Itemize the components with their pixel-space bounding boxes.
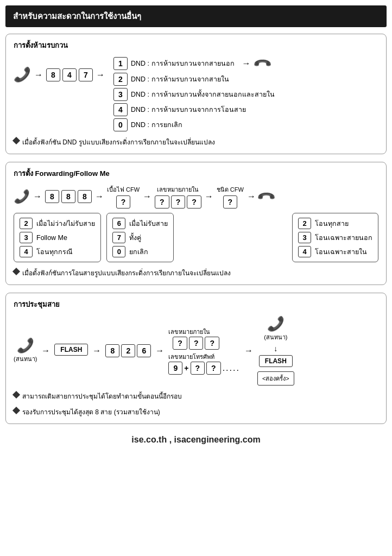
sb2-key-7: 7	[112, 232, 125, 243]
sec3-ext-keys: ? ? ?	[173, 337, 219, 350]
sub-box-row-3: 3 Follow Me	[20, 232, 95, 243]
s3-pq2: ?	[206, 362, 221, 375]
s3-nine: 9	[168, 362, 182, 375]
sec3-note2-text: รองรับการประชุมได้สูงสุด 8 สาย (รวมสายใช…	[22, 407, 160, 417]
flash-group: FLASH	[54, 344, 88, 358]
sec3-left-phone: 📞 (สนทนา)	[14, 337, 37, 364]
sub-box-3: 2 โอนทุกสาย 3 โอนเฉพาะสายนอก 4 โอนเฉพาะส…	[292, 213, 378, 262]
arrow-dnd-1	[242, 59, 251, 68]
note-text: เมื่อตั้งฟังก์ชัน DND รูปแบบเสียงกระดิ่ง…	[22, 137, 215, 147]
cfw-key: ?	[116, 195, 131, 208]
sb1-text-3: Follow Me	[36, 234, 67, 242]
sec3-note1: สามารถเติมสายการประชุมได้โดยทำตามขั้นตอน…	[14, 391, 378, 401]
flash-label-2: FLASH	[259, 355, 293, 367]
sub-box3-row-3: 3 โอนเฉพาะสายนอก	[298, 232, 372, 243]
sec3-note1-text: สามารถเติมสายการประชุมได้โดยทำตามขั้นตอน…	[22, 391, 182, 401]
dnd-key-3: 3	[113, 88, 128, 101]
footer-text: ise.co.th , isacengineering.com	[131, 435, 260, 444]
sub-box2-row-0: 0 ยกเลิก	[112, 246, 168, 257]
sb3-text-2: โอนทุกสาย	[315, 218, 349, 229]
sec3-right-area: 📞 (สนทนา) ↓ FLASH <สองครั้ง>	[257, 315, 294, 386]
arrow-s3-3	[155, 346, 164, 356]
dnd-text-4: DND : การห้ามรบกวนจากการโอนสาย	[131, 104, 246, 115]
footer: ise.co.th , isacengineering.com	[5, 435, 387, 445]
sub-box-1: 2 เมื่อไม่ว่าง/ไม่รับสาย 3 Follow Me 4 โ…	[14, 213, 101, 262]
right-phone-group: 📞 (สนทนา)	[264, 315, 287, 342]
ext-keys: ? ? ?	[155, 195, 201, 208]
s3-pq1: ?	[191, 362, 205, 375]
dnd-row-2: 2 DND : การห้ามรบกวนจากสายใน	[113, 73, 275, 86]
sub-box2-row-7: 7 ทั้งคู่	[112, 232, 168, 243]
ext-key-1: ?	[155, 195, 169, 208]
sec3-santatana-right: (สนทนา)	[264, 332, 287, 342]
twice-box: <สองครั้ง>	[257, 371, 294, 386]
ext-key-3: ?	[187, 195, 201, 208]
sec3-keys: 8 2 6	[105, 344, 151, 357]
key-7: 7	[79, 68, 93, 81]
arrow1	[34, 70, 43, 80]
dnd-row-1: 1 DND : การห้ามรบกวนจากสายนอก 📞	[113, 56, 275, 71]
sub-box-row-2: 2 เมื่อไม่ว่าง/ไม่รับสาย	[20, 218, 95, 229]
type-label: ชนิด CFW	[217, 185, 244, 194]
bullet-diamond	[12, 137, 20, 144]
ext-group: เลขหมายภายใน ? ? ?	[155, 185, 201, 208]
dnd-key-4: 4	[113, 103, 128, 116]
sb2-key-0: 0	[112, 246, 125, 257]
arrow-s2-3	[143, 192, 151, 201]
dnd-key-1: 1	[113, 57, 128, 70]
sec3-note2: รองรับการประชุมได้สูงสุด 8 สาย (รวมสายใช…	[14, 407, 378, 417]
type-key: ?	[223, 195, 238, 208]
bullet-diamond-2	[12, 268, 20, 275]
sb1-text-4: โอนทุกกรณี	[36, 247, 73, 257]
s3-key-8: 8	[105, 344, 119, 357]
key-4: 4	[62, 68, 77, 81]
phone-left-icon: 📞	[17, 337, 34, 354]
sb1-key-4: 4	[20, 246, 33, 257]
bullet-diamond-3	[12, 391, 20, 399]
dots: .....	[223, 363, 240, 373]
s3-q3: ?	[205, 337, 219, 350]
sb3-key-4: 4	[298, 246, 311, 257]
arrow-s2-4	[205, 192, 213, 201]
sb3-text-4: โอนเฉพาะสายใน	[315, 247, 367, 257]
sub-box-row-4: 4 โอนทุกกรณี	[20, 246, 95, 257]
s3-q2: ?	[189, 337, 204, 350]
dnd-text-1: DND : การห้ามรบกวนจากสายนอก	[131, 58, 235, 69]
s3-q1: ?	[173, 337, 187, 350]
phone-hangup-icon-1: 📞	[252, 53, 272, 73]
sb2-key-6: 6	[112, 218, 125, 229]
sec2-sub-boxes: 2 เมื่อไม่ว่าง/ไม่รับสาย 3 Follow Me 4 โ…	[14, 213, 378, 262]
header-title: สำหรับความสะดวกในการใช้งานอื่นๆ	[13, 11, 141, 21]
sb3-key-2: 2	[298, 218, 311, 229]
cfw-label: เบื้อไฟ CFW	[107, 185, 140, 194]
sub-box3-row-4: 4 โอนเฉพาะสายใน	[298, 246, 372, 257]
dnd-row-0: 0 DND : การยกเลิก	[113, 118, 275, 131]
phone-receive-icon: 📞	[14, 66, 31, 83]
bullet-diamond-4	[12, 407, 20, 414]
dnd-text-3: DND : การห้ามรบกวนทั้งจากสายนอกและสายใน	[131, 89, 275, 100]
dnd-row-3: 3 DND : การห้ามรบกวนทั้งจากสายนอกและสายใ…	[113, 88, 275, 101]
s2-key-8a: 8	[45, 190, 59, 203]
dnd-text-0: DND : การยกเลิก	[131, 119, 182, 130]
sec1-note: เมื่อตั้งฟังก์ชัน DND รูปแบบเสียงกระดิ่ง…	[14, 137, 378, 147]
section-dnd-title: การตั้งห้ามรบกวน	[14, 40, 378, 51]
dnd-entries: 1 DND : การห้ามรบกวนจากสายนอก 📞 2 DND : …	[113, 56, 275, 131]
s2-key-8b: 8	[61, 190, 75, 203]
sb1-key-2: 2	[20, 218, 33, 229]
section-dnd: การตั้งห้ามรบกวน 📞 8 4 7 1 DND : การห้าม…	[5, 34, 387, 154]
sb2-text-7: ทั้งคู่	[129, 232, 141, 243]
down-arrow-icon: ↓	[274, 344, 277, 353]
sb1-key-3: 3	[20, 232, 33, 243]
sb1-text-2: เมื่อไม่ว่าง/ไม่รับสาย	[36, 218, 95, 229]
arrow-s2-2	[95, 192, 104, 201]
phone-recv-icon-2: 📞	[14, 189, 30, 204]
dnd-key-2: 2	[113, 73, 128, 86]
sec2-main-diagram: 📞 8 8 8 เบื้อไฟ CFW ? เลขหมายภายใน ? ? ?…	[14, 185, 378, 208]
sec1-diagram: 📞 8 4 7 1 DND : การห้ามรบกวนจากสายนอก 📞 …	[14, 56, 378, 131]
section-conference: การประชุมสาย 📞 (สนทนา) FLASH 8 2 6 เลขหม…	[5, 293, 387, 424]
sec3-phone-group: เลขหมายโทรศัพท์ 9 + ? ? .....	[168, 352, 240, 375]
phone-right-icon: 📞	[267, 315, 284, 332]
arrow-s3-1	[41, 346, 50, 356]
sec3-ext-group: เลขหมายภายใน ? ? ?	[168, 327, 240, 350]
section-forward: การตั้ง Forwarding/Follow Me 📞 8 8 8 เบื…	[5, 162, 387, 285]
